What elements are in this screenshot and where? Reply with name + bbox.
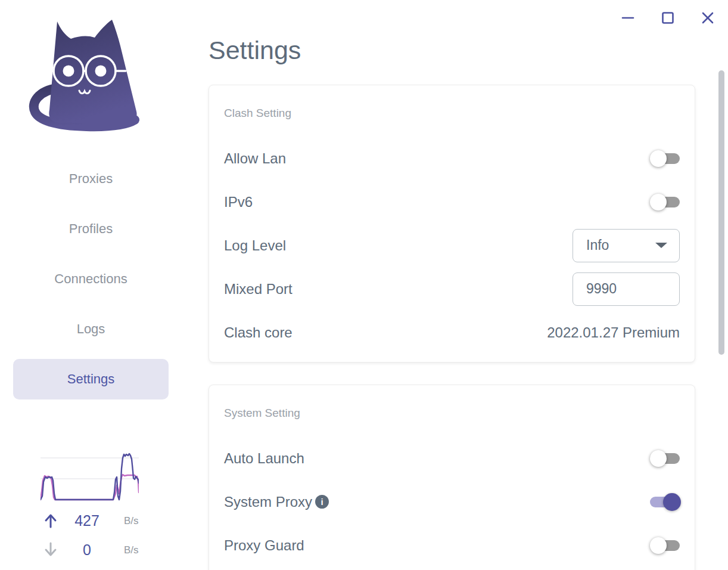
traffic-sparkline-chart bbox=[41, 451, 139, 501]
clash-settings-window: { "colors": { "accent_indigo": "#4b51a1"… bbox=[0, 0, 728, 570]
minimize-button[interactable] bbox=[617, 7, 639, 29]
close-button[interactable] bbox=[697, 7, 718, 29]
sidebar-nav: Proxies Profiles Connections Logs Settin… bbox=[13, 159, 169, 409]
mixed-port-label: Mixed Port bbox=[224, 281, 293, 298]
upload-rate-value: 427 bbox=[60, 512, 114, 529]
auto-launch-toggle[interactable] bbox=[650, 450, 680, 467]
close-icon bbox=[701, 11, 714, 24]
download-rate-row: 0 B/s bbox=[42, 541, 143, 559]
cat-right-eye bbox=[95, 66, 107, 77]
clash-core-row: Clash core 2022.01.27 Premium bbox=[224, 311, 680, 354]
upload-rate-unit: B/s bbox=[124, 515, 139, 527]
system-proxy-toggle[interactable] bbox=[650, 494, 680, 510]
log-level-selected-value: Info bbox=[586, 237, 609, 253]
clash-core-version: 2022.01.27 Premium bbox=[547, 324, 680, 341]
log-level-select[interactable]: Info bbox=[573, 229, 680, 262]
system-proxy-label-text: System Proxy bbox=[224, 494, 312, 510]
clash-core-label: Clash core bbox=[224, 324, 293, 341]
clash-setting-rows: Allow Lan IPv6 Log Level Info Mixed Port… bbox=[224, 137, 680, 354]
ipv6-toggle[interactable] bbox=[650, 194, 680, 210]
auto-launch-row: Auto Launch bbox=[224, 436, 680, 480]
maximize-icon bbox=[661, 11, 674, 24]
system-proxy-label: System Proxy i bbox=[224, 494, 329, 510]
vertical-scrollbar[interactable] bbox=[718, 70, 724, 355]
sidebar-item-settings[interactable]: Settings bbox=[13, 359, 169, 399]
minimize-icon bbox=[621, 11, 634, 24]
allow-lan-row: Allow Lan bbox=[224, 137, 680, 180]
toggle-thumb bbox=[650, 150, 667, 167]
toggle-thumb bbox=[663, 493, 681, 511]
sidebar-item-proxies[interactable]: Proxies bbox=[13, 159, 169, 199]
sidebar-item-profiles[interactable]: Profiles bbox=[13, 209, 169, 249]
upload-arrow-icon bbox=[43, 513, 58, 528]
download-rate-value: 0 bbox=[60, 541, 114, 559]
clash-cat-logo bbox=[27, 18, 140, 136]
page-title: Settings bbox=[209, 36, 301, 65]
maximize-button[interactable] bbox=[657, 7, 679, 29]
system-setting-card-title: System Setting bbox=[224, 385, 680, 419]
ipv6-label: IPv6 bbox=[224, 194, 253, 210]
system-setting-rows: Auto Launch System Proxy i Proxy Guard bbox=[224, 436, 680, 567]
allow-lan-toggle[interactable] bbox=[650, 150, 680, 167]
window-controls bbox=[617, 7, 718, 31]
download-arrow-icon bbox=[43, 542, 58, 557]
toggle-thumb bbox=[650, 194, 667, 210]
toggle-thumb bbox=[650, 537, 667, 554]
clash-setting-card-title: Clash Setting bbox=[224, 85, 680, 119]
ipv6-row: IPv6 bbox=[224, 180, 680, 224]
system-proxy-row: System Proxy i bbox=[224, 480, 680, 523]
clash-setting-card: Clash Setting Allow Lan IPv6 Log Level I… bbox=[209, 85, 695, 363]
system-setting-card: System Setting Auto Launch System Proxy … bbox=[209, 385, 695, 570]
cat-left-eye bbox=[63, 66, 74, 77]
toggle-thumb bbox=[650, 450, 667, 467]
upload-rate-row: 427 B/s bbox=[42, 512, 143, 529]
proxy-guard-row: Proxy Guard bbox=[224, 523, 680, 567]
log-level-row: Log Level Info bbox=[224, 224, 680, 267]
chevron-down-icon bbox=[655, 243, 667, 248]
info-icon[interactable]: i bbox=[315, 495, 329, 509]
proxy-guard-toggle[interactable] bbox=[650, 537, 680, 554]
sidebar-item-logs[interactable]: Logs bbox=[13, 309, 169, 349]
auto-launch-label: Auto Launch bbox=[224, 450, 304, 467]
proxy-guard-label: Proxy Guard bbox=[224, 537, 304, 554]
download-rate-unit: B/s bbox=[124, 544, 139, 556]
mixed-port-row: Mixed Port bbox=[224, 267, 680, 311]
allow-lan-label: Allow Lan bbox=[224, 150, 286, 167]
log-level-label: Log Level bbox=[224, 237, 286, 254]
mixed-port-input[interactable] bbox=[573, 272, 680, 306]
sidebar-item-connections[interactable]: Connections bbox=[13, 259, 169, 299]
